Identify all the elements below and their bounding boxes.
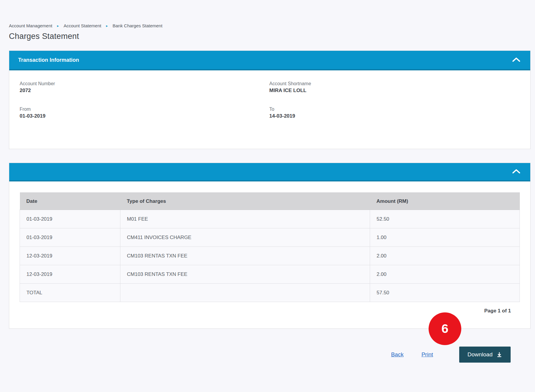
field-value: 2072 bbox=[20, 88, 269, 94]
cell-date: 01-03-2019 bbox=[20, 210, 120, 228]
field-account-shortname: Account Shortname MIRA ICE LOLL bbox=[269, 81, 520, 94]
actions-bar: Back Print Download bbox=[9, 347, 531, 363]
table-row: 12-03-2019 CM103 RENTAS TXN FEE 2.00 bbox=[20, 265, 520, 284]
breadcrumb-bank-charges-statement: Bank Charges Statement bbox=[113, 23, 163, 28]
field-label: To bbox=[269, 107, 520, 112]
annotation-badge-number: 6 bbox=[441, 322, 448, 336]
chevron-up-icon bbox=[512, 169, 520, 174]
chevron-up-icon bbox=[512, 58, 520, 63]
field-value: 14-03-2019 bbox=[269, 113, 520, 119]
charges-panel-header bbox=[9, 163, 530, 181]
field-to-date: To 14-03-2019 bbox=[269, 107, 520, 119]
cell-type: CM411 INVOICES CHARGE bbox=[120, 228, 370, 247]
breadcrumb-account-management[interactable]: Account Management bbox=[9, 23, 52, 28]
download-icon bbox=[496, 352, 502, 358]
transaction-info-header: Transaction Information bbox=[9, 51, 530, 70]
field-value: 01-03-2019 bbox=[20, 113, 269, 119]
cell-type: CM103 RENTAS TXN FEE bbox=[120, 265, 370, 284]
transaction-info-title: Transaction Information bbox=[18, 57, 79, 63]
cell-type: CM103 RENTAS TXN FEE bbox=[120, 247, 370, 265]
field-from-date: From 01-03-2019 bbox=[20, 107, 269, 119]
charges-table: Date Type of Charges Amount (RM) 01-03-2… bbox=[20, 192, 520, 302]
cell-amount: 2.00 bbox=[370, 265, 520, 284]
print-link[interactable]: Print bbox=[421, 351, 433, 358]
transaction-info-panel: Transaction Information Account Number 2… bbox=[9, 50, 531, 149]
field-label: Account Number bbox=[20, 81, 269, 86]
charges-body: Date Type of Charges Amount (RM) 01-03-2… bbox=[9, 181, 530, 328]
cell-amount: 52.50 bbox=[370, 210, 520, 228]
cell-date: 01-03-2019 bbox=[20, 228, 120, 247]
total-label: TOTAL bbox=[20, 284, 120, 302]
table-row: 01-03-2019 CM411 INVOICES CHARGE 1.00 bbox=[20, 228, 520, 247]
cell-date: 12-03-2019 bbox=[20, 247, 120, 265]
download-button[interactable]: Download bbox=[459, 347, 511, 363]
download-button-label: Download bbox=[468, 351, 493, 358]
annotation-badge-6: 6 bbox=[429, 312, 461, 345]
table-row: 01-03-2019 M01 FEE 52.50 bbox=[20, 210, 520, 228]
back-link[interactable]: Back bbox=[391, 351, 404, 358]
field-account-number: Account Number 2072 bbox=[20, 81, 269, 94]
cell-date: 12-03-2019 bbox=[20, 265, 120, 284]
transaction-info-body: Account Number 2072 Account Shortname MI… bbox=[9, 70, 530, 149]
column-header-type: Type of Charges bbox=[120, 193, 370, 210]
breadcrumb-arrow-icon: ▸ bbox=[57, 24, 59, 28]
table-row: 12-03-2019 CM103 RENTAS TXN FEE 2.00 bbox=[20, 247, 520, 265]
table-header-row: Date Type of Charges Amount (RM) bbox=[20, 193, 520, 210]
cell-type: M01 FEE bbox=[120, 210, 370, 228]
collapse-button[interactable] bbox=[511, 168, 521, 176]
cell-amount: 2.00 bbox=[370, 247, 520, 265]
breadcrumb-arrow-icon: ▸ bbox=[106, 24, 108, 28]
total-type bbox=[120, 284, 370, 302]
column-header-date: Date bbox=[20, 193, 120, 210]
total-amount: 57.50 bbox=[370, 284, 520, 302]
field-value: MIRA ICE LOLL bbox=[269, 88, 520, 94]
page-title: Charges Statement bbox=[9, 32, 531, 41]
charges-panel: Date Type of Charges Amount (RM) 01-03-2… bbox=[9, 163, 531, 329]
breadcrumb-account-statement[interactable]: Account Statement bbox=[64, 23, 101, 28]
column-header-amount: Amount (RM) bbox=[370, 193, 520, 210]
field-label: From bbox=[20, 107, 269, 112]
field-label: Account Shortname bbox=[269, 81, 520, 86]
table-total-row: TOTAL 57.50 bbox=[20, 284, 520, 302]
cell-amount: 1.00 bbox=[370, 228, 520, 247]
page: Account Management ▸ Account Statement ▸… bbox=[0, 0, 535, 363]
breadcrumb: Account Management ▸ Account Statement ▸… bbox=[9, 23, 531, 28]
collapse-button[interactable] bbox=[511, 56, 521, 64]
